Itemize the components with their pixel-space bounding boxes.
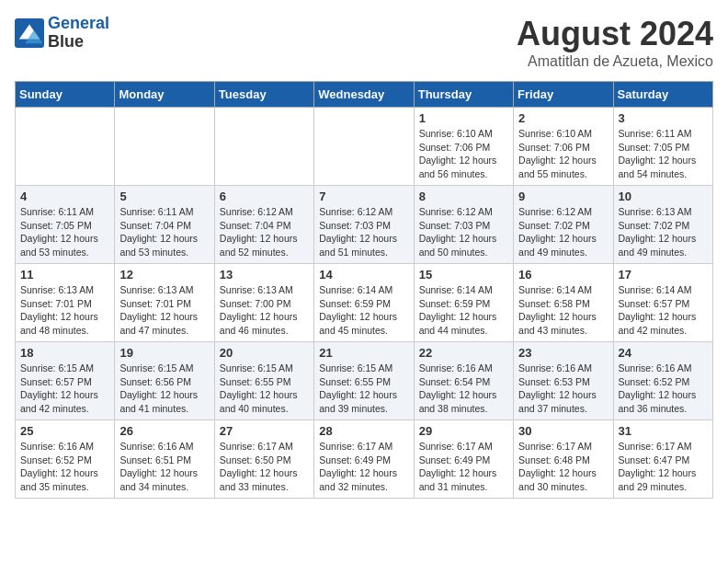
calendar-cell: 15Sunrise: 6:14 AMSunset: 6:59 PMDayligh…	[414, 264, 513, 342]
day-number: 31	[619, 424, 708, 438]
day-info: Sunrise: 6:14 AMSunset: 6:58 PMDaylight:…	[518, 283, 608, 338]
calendar-cell: 29Sunrise: 6:17 AMSunset: 6:49 PMDayligh…	[414, 420, 513, 499]
calendar-cell	[16, 108, 115, 186]
calendar-cell: 18Sunrise: 6:15 AMSunset: 6:57 PMDayligh…	[16, 342, 115, 420]
calendar-cell: 1Sunrise: 6:10 AMSunset: 7:06 PMDaylight…	[414, 108, 513, 186]
col-header-sunday: Sunday	[16, 82, 115, 108]
title-block: August 2024 Amatitlan de Azueta, Mexico	[517, 15, 713, 70]
day-info: Sunrise: 6:17 AMSunset: 6:47 PMDaylight:…	[619, 440, 708, 494]
day-number: 20	[220, 346, 309, 360]
day-number: 12	[119, 268, 209, 282]
day-info: Sunrise: 6:13 AMSunset: 7:00 PMDaylight:…	[220, 283, 309, 338]
calendar-cell: 2Sunrise: 6:10 AMSunset: 7:06 PMDaylight…	[514, 108, 613, 186]
calendar-cell: 9Sunrise: 6:12 AMSunset: 7:02 PMDaylight…	[514, 186, 613, 264]
day-info: Sunrise: 6:13 AMSunset: 7:02 PMDaylight:…	[619, 205, 708, 259]
logo: General Blue	[15, 15, 109, 52]
day-number: 28	[319, 424, 408, 438]
calendar-cell: 20Sunrise: 6:15 AMSunset: 6:55 PMDayligh…	[214, 342, 313, 420]
col-header-wednesday: Wednesday	[314, 82, 414, 108]
day-number: 23	[518, 346, 608, 360]
day-info: Sunrise: 6:13 AMSunset: 7:01 PMDaylight:…	[20, 283, 109, 338]
day-number: 29	[419, 424, 508, 438]
day-info: Sunrise: 6:15 AMSunset: 6:56 PMDaylight:…	[119, 362, 209, 416]
calendar-cell: 10Sunrise: 6:13 AMSunset: 7:02 PMDayligh…	[613, 186, 712, 264]
week-row-0: 1Sunrise: 6:10 AMSunset: 7:06 PMDaylight…	[16, 108, 713, 186]
calendar-cell: 22Sunrise: 6:16 AMSunset: 6:54 PMDayligh…	[414, 342, 513, 420]
page-header: General Blue August 2024 Amatitlan de Az…	[15, 15, 713, 70]
week-row-4: 25Sunrise: 6:16 AMSunset: 6:52 PMDayligh…	[16, 420, 713, 499]
week-row-1: 4Sunrise: 6:11 AMSunset: 7:05 PMDaylight…	[16, 186, 713, 264]
calendar-cell: 26Sunrise: 6:16 AMSunset: 6:51 PMDayligh…	[115, 420, 214, 499]
day-number: 14	[319, 268, 408, 282]
day-info: Sunrise: 6:15 AMSunset: 6:57 PMDaylight:…	[20, 362, 109, 416]
day-info: Sunrise: 6:12 AMSunset: 7:02 PMDaylight:…	[518, 205, 608, 259]
day-number: 1	[419, 111, 508, 125]
day-number: 24	[619, 346, 708, 360]
calendar-cell: 17Sunrise: 6:14 AMSunset: 6:57 PMDayligh…	[613, 264, 712, 342]
calendar-cell: 21Sunrise: 6:15 AMSunset: 6:55 PMDayligh…	[314, 342, 414, 420]
day-info: Sunrise: 6:17 AMSunset: 6:48 PMDaylight:…	[518, 440, 608, 494]
logo-text: General Blue	[48, 15, 109, 52]
day-number: 10	[619, 190, 708, 203]
day-info: Sunrise: 6:16 AMSunset: 6:51 PMDaylight:…	[119, 440, 209, 494]
day-number: 27	[220, 424, 309, 438]
day-info: Sunrise: 6:16 AMSunset: 6:52 PMDaylight:…	[20, 440, 109, 494]
calendar-cell: 31Sunrise: 6:17 AMSunset: 6:47 PMDayligh…	[613, 420, 712, 499]
calendar-cell: 13Sunrise: 6:13 AMSunset: 7:00 PMDayligh…	[214, 264, 313, 342]
day-info: Sunrise: 6:12 AMSunset: 7:03 PMDaylight:…	[419, 205, 508, 259]
month-year: August 2024	[517, 15, 713, 53]
day-number: 19	[119, 346, 209, 360]
day-number: 4	[20, 190, 109, 203]
calendar-cell: 5Sunrise: 6:11 AMSunset: 7:04 PMDaylight…	[115, 186, 214, 264]
col-header-thursday: Thursday	[414, 82, 513, 108]
day-number: 30	[518, 424, 608, 438]
day-info: Sunrise: 6:14 AMSunset: 6:57 PMDaylight:…	[619, 283, 708, 338]
day-number: 5	[119, 190, 209, 203]
day-info: Sunrise: 6:16 AMSunset: 6:54 PMDaylight:…	[419, 362, 508, 416]
day-number: 25	[20, 424, 109, 438]
col-header-friday: Friday	[514, 82, 613, 108]
calendar-cell: 11Sunrise: 6:13 AMSunset: 7:01 PMDayligh…	[16, 264, 115, 342]
day-info: Sunrise: 6:16 AMSunset: 6:52 PMDaylight:…	[619, 362, 708, 416]
day-info: Sunrise: 6:17 AMSunset: 6:49 PMDaylight:…	[419, 440, 508, 494]
day-number: 9	[518, 190, 608, 203]
calendar-cell: 24Sunrise: 6:16 AMSunset: 6:52 PMDayligh…	[613, 342, 712, 420]
calendar-cell: 23Sunrise: 6:16 AMSunset: 6:53 PMDayligh…	[514, 342, 613, 420]
day-info: Sunrise: 6:15 AMSunset: 6:55 PMDaylight:…	[319, 362, 408, 416]
day-number: 11	[20, 268, 109, 282]
day-number: 6	[220, 190, 309, 203]
calendar-cell: 14Sunrise: 6:14 AMSunset: 6:59 PMDayligh…	[314, 264, 414, 342]
day-info: Sunrise: 6:11 AMSunset: 7:05 PMDaylight:…	[619, 127, 708, 181]
calendar-cell: 4Sunrise: 6:11 AMSunset: 7:05 PMDaylight…	[16, 186, 115, 264]
day-info: Sunrise: 6:17 AMSunset: 6:49 PMDaylight:…	[319, 440, 408, 494]
day-info: Sunrise: 6:14 AMSunset: 6:59 PMDaylight:…	[319, 283, 408, 338]
calendar-cell: 30Sunrise: 6:17 AMSunset: 6:48 PMDayligh…	[514, 420, 613, 499]
calendar-cell	[115, 108, 214, 186]
col-header-tuesday: Tuesday	[214, 82, 313, 108]
day-number: 8	[419, 190, 508, 203]
day-number: 22	[419, 346, 508, 360]
calendar-cell: 12Sunrise: 6:13 AMSunset: 7:01 PMDayligh…	[115, 264, 214, 342]
col-header-monday: Monday	[115, 82, 214, 108]
day-info: Sunrise: 6:16 AMSunset: 6:53 PMDaylight:…	[518, 362, 608, 416]
day-number: 16	[518, 268, 608, 282]
day-number: 17	[619, 268, 708, 282]
calendar-cell: 16Sunrise: 6:14 AMSunset: 6:58 PMDayligh…	[514, 264, 613, 342]
day-info: Sunrise: 6:14 AMSunset: 6:59 PMDaylight:…	[419, 283, 508, 338]
calendar-cell: 3Sunrise: 6:11 AMSunset: 7:05 PMDaylight…	[613, 108, 712, 186]
day-info: Sunrise: 6:17 AMSunset: 6:50 PMDaylight:…	[220, 440, 309, 494]
calendar-cell: 8Sunrise: 6:12 AMSunset: 7:03 PMDaylight…	[414, 186, 513, 264]
day-info: Sunrise: 6:11 AMSunset: 7:04 PMDaylight:…	[119, 205, 209, 259]
day-number: 7	[319, 190, 408, 203]
day-number: 21	[319, 346, 408, 360]
day-number: 2	[518, 111, 608, 125]
calendar-cell: 19Sunrise: 6:15 AMSunset: 6:56 PMDayligh…	[115, 342, 214, 420]
calendar-cell: 25Sunrise: 6:16 AMSunset: 6:52 PMDayligh…	[16, 420, 115, 499]
calendar-cell: 28Sunrise: 6:17 AMSunset: 6:49 PMDayligh…	[314, 420, 414, 499]
day-info: Sunrise: 6:12 AMSunset: 7:03 PMDaylight:…	[319, 205, 408, 259]
calendar-table: SundayMondayTuesdayWednesdayThursdayFrid…	[15, 81, 713, 499]
calendar-cell	[314, 108, 414, 186]
header-row: SundayMondayTuesdayWednesdayThursdayFrid…	[16, 82, 713, 108]
day-number: 26	[119, 424, 209, 438]
calendar-cell: 7Sunrise: 6:12 AMSunset: 7:03 PMDaylight…	[314, 186, 414, 264]
